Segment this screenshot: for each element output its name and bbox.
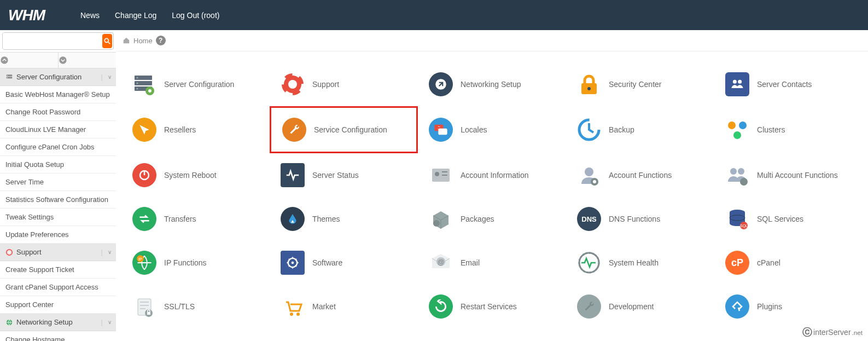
sidebar-item[interactable]: Statistics Software Configuration	[0, 191, 116, 209]
svg-point-18	[148, 89, 152, 93]
category-tile[interactable]: Server Contacts	[714, 62, 863, 106]
category-label: DNS Functions	[609, 215, 660, 223]
category-label: Server Contacts	[757, 80, 812, 89]
sidebar-item[interactable]: Initial Quota Setup	[0, 156, 116, 174]
svg-point-31	[728, 122, 736, 129]
category-tile[interactable]: System Reboot	[121, 153, 270, 197]
category-tile[interactable]: Account Functions	[566, 153, 714, 197]
category-label: Themes	[312, 215, 340, 223]
category-tile[interactable]: Transfers	[121, 197, 270, 241]
category-label: Transfers	[164, 215, 196, 223]
nav-news[interactable]: News	[80, 11, 100, 20]
svg-point-16	[137, 88, 138, 90]
category-label: Packages	[461, 215, 494, 223]
sidebar-section-header[interactable]: Support|∨	[0, 244, 116, 261]
category-tile[interactable]: cPcPanel	[714, 241, 863, 285]
svg-point-64	[290, 313, 293, 316]
sidebar-item[interactable]: Server Time	[0, 174, 116, 191]
category-label: Locales	[461, 125, 487, 134]
category-label: Service Configuration	[314, 125, 387, 134]
sidebar-section-title: Networking Setup	[16, 318, 73, 326]
category-tile[interactable]: こLocales	[418, 106, 566, 153]
nav-logout[interactable]: Log Out (root)	[172, 11, 219, 20]
sidebar-item[interactable]: Change Hostname	[0, 331, 116, 341]
collapse-all-button[interactable]	[0, 53, 59, 68]
svg-line-1	[108, 42, 110, 44]
svg-point-0	[104, 38, 108, 42]
category-tile[interactable]: Software	[270, 241, 418, 285]
category-label: Security Center	[609, 80, 661, 89]
category-tile[interactable]: Plugins	[714, 285, 863, 328]
category-label: System Health	[609, 258, 659, 267]
category-tile[interactable]: Server Configuration	[121, 62, 270, 106]
top-bar: WHM News Change Log Log Out (root)	[0, 0, 868, 30]
svg-point-26	[738, 80, 742, 84]
sidebar-item[interactable]: Grant cPanel Support Access	[0, 279, 116, 296]
svg-point-43	[730, 168, 737, 175]
chevron-down-icon: ∨	[108, 74, 112, 80]
category-label: SQL Services	[757, 215, 803, 223]
search-button[interactable]	[102, 34, 112, 48]
sidebar-item[interactable]: Create Support Ticket	[0, 261, 116, 279]
chevron-up-circle-icon	[0, 56, 9, 65]
category-tile[interactable]: Account Information	[418, 153, 566, 197]
search-input[interactable]	[3, 33, 101, 49]
sidebar-item[interactable]: Basic WebHost Manager® Setup	[0, 86, 116, 103]
home-icon	[123, 37, 130, 44]
sidebar-item[interactable]: Configure cPanel Cron Jobs	[0, 138, 116, 156]
sidebar-section-title: Support	[16, 248, 42, 256]
svg-point-6	[7, 75, 8, 76]
category-tile[interactable]: Packages	[418, 197, 566, 241]
category-tile[interactable]: SQLSQL Services	[714, 197, 863, 241]
category-label: Software	[312, 258, 342, 267]
category-label: Account Functions	[609, 171, 672, 180]
category-tile[interactable]: Themes	[270, 197, 418, 241]
category-tile[interactable]: Networking Setup	[418, 62, 566, 106]
main-area: Home ? Server ConfigurationSupportNetwor…	[116, 30, 868, 339]
category-tile[interactable]: Clusters	[714, 106, 863, 153]
category-tile[interactable]: Restart Services	[418, 285, 566, 328]
sidebar-item[interactable]: Change Root Password	[0, 103, 116, 121]
category-tile[interactable]: @Email	[418, 241, 566, 285]
category-tile[interactable]: Service Configuration	[270, 106, 418, 153]
category-tile[interactable]: Market	[270, 285, 418, 328]
category-tile[interactable]: System Health	[566, 241, 714, 285]
category-tile[interactable]: DNSDNS Functions	[566, 197, 714, 241]
category-tile[interactable]: Security Center	[566, 62, 714, 106]
sidebar-section-title: Server Configuration	[16, 73, 81, 81]
svg-point-21	[288, 80, 297, 89]
category-tile[interactable]: Development	[566, 285, 714, 328]
category-label: Market	[312, 302, 336, 311]
sidebar-item[interactable]: Support Center	[0, 296, 116, 314]
category-label: Development	[609, 302, 654, 311]
sidebar-item[interactable]: CloudLinux LVE Manager	[0, 121, 116, 138]
category-label: Email	[461, 258, 480, 267]
svg-text:こ: こ	[437, 125, 441, 130]
category-tile[interactable]: Resellers	[121, 106, 270, 153]
category-tile[interactable]: Server Status	[270, 153, 418, 197]
help-icon[interactable]: ?	[156, 36, 166, 45]
breadcrumb-home[interactable]: Home	[133, 37, 153, 45]
sidebar-item[interactable]: Update Preferences	[0, 226, 116, 244]
category-label: System Reboot	[164, 171, 217, 180]
svg-point-45	[740, 178, 748, 186]
category-tile[interactable]: Support	[270, 62, 418, 106]
category-label: Support	[312, 80, 339, 89]
nav-changelog[interactable]: Change Log	[115, 11, 156, 20]
category-tile[interactable]: Multi Account Functions	[714, 153, 863, 197]
category-label: Multi Account Functions	[757, 171, 838, 180]
category-tile[interactable]: IPIP Functions	[121, 241, 270, 285]
interserver-logo-icon: ⓒ	[802, 326, 812, 339]
svg-text:@: @	[438, 258, 444, 266]
category-label: Plugins	[757, 302, 782, 311]
sidebar-section-header[interactable]: Server Configuration|∨	[0, 68, 116, 86]
sidebar-section-header[interactable]: Networking Setup|∨	[0, 314, 116, 331]
category-tile[interactable]: SSL/TLS	[121, 285, 270, 328]
whm-logo: WHM	[0, 7, 80, 24]
category-label: Server Status	[312, 171, 359, 180]
sidebar-item[interactable]: Tweak Settings	[0, 209, 116, 226]
expand-all-button[interactable]	[59, 53, 116, 68]
chevron-down-icon: ∨	[108, 249, 112, 255]
category-tile[interactable]: Backup	[566, 106, 714, 153]
category-label: Server Configuration	[164, 80, 234, 89]
